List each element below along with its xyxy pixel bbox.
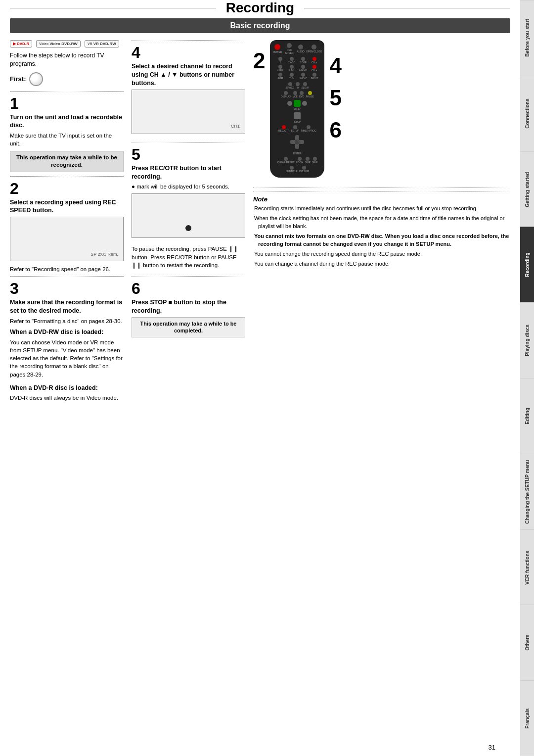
tab-others[interactable]: Others: [520, 605, 534, 680]
note-item-1: Recording starts immediately and continu…: [253, 205, 510, 212]
col-left: ▶ DVD-R Video Video DVD-RW VR VR DVD-RW …: [10, 40, 124, 732]
tab-playing-discs[interactable]: Playing discs: [520, 302, 534, 378]
step5-sep: [132, 142, 245, 142]
btn-clear-reset[interactable]: [284, 157, 288, 161]
btn-input[interactable]: [312, 73, 316, 77]
btn-subtitle[interactable]: [290, 166, 294, 170]
tab-setup-menu[interactable]: Changing the SETUP menu: [520, 454, 534, 529]
tab-getting-started[interactable]: Getting started: [520, 151, 534, 227]
btn-dvd[interactable]: [300, 91, 304, 95]
btn-ch-down[interactable]: [312, 65, 316, 69]
remote-control: POWER REC SPEED AUDIO: [270, 40, 324, 178]
step4-title: Select a desired channel to record using…: [132, 62, 245, 88]
dpad-right[interactable]: [299, 140, 304, 144]
btn-ff[interactable]: [302, 101, 307, 106]
btn-vce[interactable]: [293, 91, 297, 95]
audio-btn[interactable]: [298, 45, 303, 49]
power-btn[interactable]: [274, 44, 280, 50]
main-content: Recording Basic recording ▶ DVD-R Video …: [0, 0, 520, 756]
step2-ref: Refer to "Recording speed" on page 26.: [10, 265, 124, 273]
btn-zoom[interactable]: [298, 157, 302, 161]
note-item-3: You cannot mix two formats on one DVD-RW…: [253, 233, 510, 248]
open-close-btn[interactable]: [312, 45, 316, 49]
title-line-left: [10, 8, 216, 8]
step2-screen-label: SP 2:01 Rem.: [90, 252, 118, 257]
first-label: First:: [10, 72, 124, 86]
step3-dvdrw-text: You can choose Video mode or VR mode fro…: [10, 338, 124, 378]
follow-text: Follow the steps below to record TV prog…: [10, 51, 124, 68]
btn-pause[interactable]: [308, 91, 312, 95]
three-col-layout: ▶ DVD-R Video Video DVD-RW VR VR DVD-RW …: [10, 40, 510, 732]
tab-before-you-start[interactable]: Before you start: [520, 0, 534, 76]
col-right: 2 POWER REC SPEED: [253, 40, 510, 732]
dpad-center[interactable]: [295, 140, 300, 144]
btn-wxyz[interactable]: [301, 73, 305, 77]
btn-play[interactable]: [294, 100, 301, 107]
disc-icons: ▶ DVD-R Video Video DVD-RW VR VR DVD-RW: [10, 40, 124, 47]
btn-slow[interactable]: [303, 82, 307, 86]
step3-title: Make sure that the recording format is s…: [10, 298, 124, 315]
page-title: Recording: [216, 0, 304, 16]
btn-tuv[interactable]: [290, 73, 294, 77]
dpad-down[interactable]: [295, 144, 299, 149]
btn-3[interactable]: [301, 57, 305, 61]
step4-num: 4: [132, 45, 245, 60]
btn-rec-otr[interactable]: [282, 125, 286, 129]
col-mid: 4 Select a desired channel to record usi…: [132, 40, 245, 732]
btn-pgr[interactable]: [278, 73, 282, 77]
btn-skip[interactable]: [306, 157, 310, 161]
tab-editing[interactable]: Editing: [520, 378, 534, 454]
page-number: 31: [489, 744, 495, 751]
note-item-5: You can change a channel during the REC …: [253, 260, 510, 268]
right-step2: 2: [253, 50, 265, 72]
btn-stop[interactable]: [294, 112, 301, 119]
step3-dvdrw-title: When a DVD-RW disc is loaded:: [10, 328, 124, 336]
step1-info-box: This operation may take a while to be re…: [10, 151, 124, 172]
btn-ch-up[interactable]: [312, 57, 316, 61]
btn-4[interactable]: [278, 65, 282, 69]
btn-2[interactable]: [290, 57, 294, 61]
step2-num: 2: [10, 181, 124, 196]
btn-setup[interactable]: [293, 125, 297, 129]
tab-francais[interactable]: Français: [520, 680, 534, 756]
btn-skip2[interactable]: [313, 157, 317, 161]
right-step5: 5: [329, 87, 341, 109]
step3-dvdr-title: When a DVD-R disc is loaded:: [10, 384, 124, 392]
dpad[interactable]: [290, 135, 304, 149]
btn-space[interactable]: [288, 82, 292, 86]
recording-dot: [185, 225, 191, 233]
step2-title: Select a recording speed using REC SPEED…: [10, 198, 124, 215]
step6-info-box: This operation may take a while to be co…: [132, 317, 245, 338]
btn-rewind[interactable]: [287, 101, 292, 106]
page-title-area: Recording: [10, 0, 510, 16]
step3-body: Refer to "Formatting a disc" on pages 28…: [10, 317, 124, 325]
step3-sep: [10, 276, 124, 277]
step1-num: 1: [10, 95, 124, 111]
step2-screen-preview: SP 2:01 Rem.: [10, 217, 124, 261]
btn-0[interactable]: [296, 82, 300, 86]
step1-sep: [10, 91, 124, 92]
btn-cm-skip[interactable]: [302, 166, 306, 170]
right-step4: 4: [329, 55, 341, 77]
note-title: Note: [253, 195, 510, 203]
note-item-2: When the clock setting has not been made…: [253, 215, 510, 230]
btn-5[interactable]: [290, 65, 294, 69]
step4-sep: [132, 40, 245, 41]
section-title: Basic recording: [10, 18, 510, 33]
step5-body: ● mark will be displayed for 5 seconds.: [132, 183, 245, 190]
tab-recording[interactable]: Recording: [520, 227, 534, 302]
step1-body: Make sure that the TV input is set on th…: [10, 132, 124, 147]
step5-screen-preview: [132, 193, 245, 238]
disc-icon-dvdr: ▶ DVD-R: [10, 40, 32, 47]
step4-screen-label: CH1: [231, 124, 240, 129]
rec-speed-btn[interactable]: [287, 43, 292, 48]
btn-timer-prog[interactable]: [307, 125, 311, 129]
btn-display[interactable]: [284, 91, 288, 95]
btn-6[interactable]: [301, 65, 305, 69]
step3-dvdr-text: DVD-R discs will always be in Video mode…: [10, 394, 124, 402]
step5-pause-text: To pause the recording, press PAUSE ❙❙ b…: [132, 245, 245, 269]
btn-1[interactable]: [278, 57, 282, 61]
tab-vcr-functions[interactable]: VCR functions: [520, 529, 534, 605]
dvd-disc-icon: [29, 72, 43, 86]
tab-connections[interactable]: Connections: [520, 76, 534, 151]
